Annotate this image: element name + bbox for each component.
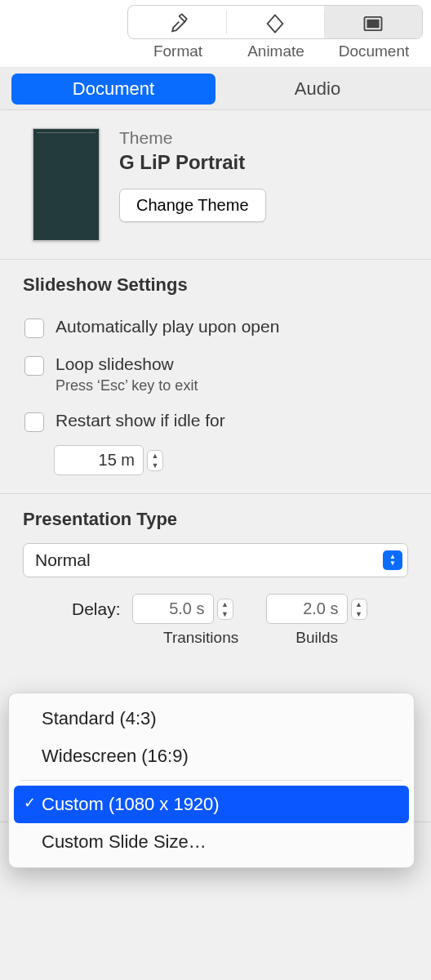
inspector-toolbar xyxy=(0,0,431,39)
tab-animate[interactable] xyxy=(226,6,324,38)
dropdown-item-widescreen[interactable]: Widescreen (16:9) xyxy=(14,737,409,775)
document-subtab-bar: Document Audio xyxy=(0,67,431,110)
inspector-segmented-control xyxy=(127,5,423,39)
loop-row: Loop slideshow Press ‘Esc’ key to exit xyxy=(23,346,408,403)
stepper-up-icon[interactable]: ▲ xyxy=(352,599,367,609)
theme-thumbnail xyxy=(33,128,100,241)
presentation-type-select[interactable]: Normal ▲▼ xyxy=(23,543,408,577)
theme-label: Theme xyxy=(119,128,408,148)
theme-name: G LiP Portrait xyxy=(119,151,408,174)
tab-animate-label: Animate xyxy=(227,42,325,60)
dropdown-item-custom[interactable]: Custom (1080 x 1920) xyxy=(14,786,409,823)
auto-play-label: Automatically play upon open xyxy=(56,317,279,336)
stepper-down-icon[interactable]: ▼ xyxy=(352,609,367,619)
restart-idle-label: Restart show if idle for xyxy=(56,411,225,430)
dropdown-item-standard[interactable]: Standard (4:3) xyxy=(14,700,409,737)
stepper-down-icon[interactable]: ▼ xyxy=(148,461,162,470)
paintbrush-icon xyxy=(166,12,189,35)
auto-play-checkbox[interactable] xyxy=(24,318,44,338)
tab-format[interactable] xyxy=(128,6,226,38)
builds-delay-input[interactable]: 2.0 s xyxy=(266,594,348,624)
delay-label: Delay: xyxy=(72,599,121,619)
transitions-label: Transitions xyxy=(163,629,238,647)
updown-chevron-icon: ▲▼ xyxy=(383,550,402,570)
loop-hint: Press ‘Esc’ key to exit xyxy=(56,377,198,394)
diamond-icon xyxy=(264,12,287,35)
builds-stepper[interactable]: ▲ ▼ xyxy=(351,599,367,620)
stepper-up-icon[interactable]: ▲ xyxy=(218,599,233,609)
dropdown-item-custom-size[interactable]: Custom Slide Size… xyxy=(14,823,409,861)
dropdown-separator xyxy=(20,780,402,781)
builds-label: Builds xyxy=(295,629,338,647)
document-icon xyxy=(362,12,384,35)
loop-checkbox[interactable] xyxy=(24,356,44,376)
presentation-heading: Presentation Type xyxy=(23,509,408,530)
slide-size-dropdown: Standard (4:3) Widescreen (16:9) Custom … xyxy=(8,693,415,868)
tab-document-label: Document xyxy=(325,42,423,60)
presentation-type-value: Normal xyxy=(35,550,91,570)
transitions-stepper[interactable]: ▲ ▼ xyxy=(217,599,233,620)
subtab-audio[interactable]: Audio xyxy=(216,74,420,105)
change-theme-button[interactable]: Change Theme xyxy=(119,189,266,222)
auto-play-row: Automatically play upon open xyxy=(23,309,408,346)
stepper-down-icon[interactable]: ▼ xyxy=(218,609,233,619)
tab-document[interactable] xyxy=(324,6,422,38)
slideshow-heading: Slideshow Settings xyxy=(23,274,408,296)
idle-time-stepper[interactable]: ▲ ▼ xyxy=(147,450,163,471)
stepper-up-icon[interactable]: ▲ xyxy=(148,451,162,461)
transitions-delay-input[interactable]: 5.0 s xyxy=(132,594,214,624)
slideshow-settings-section: Slideshow Settings Automatically play up… xyxy=(0,260,431,494)
restart-idle-row: Restart show if idle for xyxy=(23,403,408,440)
svg-rect-1 xyxy=(367,20,379,29)
tab-format-label: Format xyxy=(129,42,227,60)
theme-section: Theme G LiP Portrait Change Theme xyxy=(0,110,431,260)
loop-label: Loop slideshow xyxy=(56,354,198,374)
restart-idle-checkbox[interactable] xyxy=(24,412,44,432)
presentation-type-section: Presentation Type Normal ▲▼ Delay: 5.0 s… xyxy=(0,494,431,665)
idle-time-input[interactable]: 15 m xyxy=(54,445,144,475)
subtab-document[interactable]: Document xyxy=(11,74,216,105)
